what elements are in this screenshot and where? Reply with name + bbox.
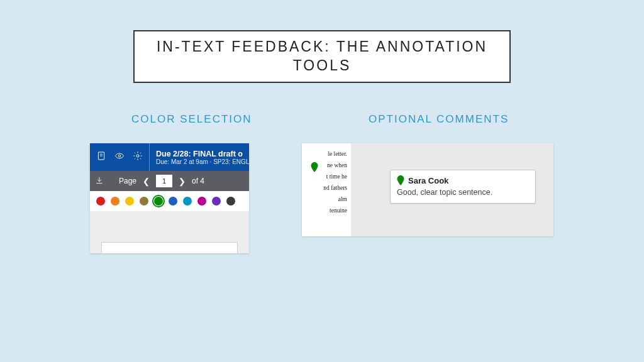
fragment-line: le letter.	[304, 148, 347, 160]
gear-icon[interactable]	[133, 151, 143, 163]
color-selection-panel: Due 2/28: FINAL draft o Due: Mar 2 at 9a…	[90, 143, 249, 253]
assignment-title-block: Due 2/28: FINAL draft o Due: Mar 2 at 9a…	[150, 150, 249, 165]
fragment-line: t time he	[304, 171, 347, 182]
header-icons	[90, 143, 150, 171]
optional-comments-panel: le letter. ne when t time he nd fathers …	[302, 143, 553, 236]
viewer-toolbar: Page ❮ ❯ of 4	[90, 171, 249, 191]
swatch-cyan[interactable]	[183, 197, 192, 206]
page-label: Page	[119, 177, 136, 185]
annotation-pin-icon[interactable]	[311, 162, 318, 172]
swatch-yellow[interactable]	[125, 197, 134, 206]
document-text-fragment: le letter. ne when t time he nd fathers …	[302, 143, 351, 236]
subheading-optional-comments: OPTIONAL COMMENTS	[369, 113, 509, 126]
comment-author: Sara Cook	[408, 176, 448, 185]
slide-title: IN-TEXT FEEDBACK: THE ANNOTATION TOOLS	[147, 38, 497, 75]
swatch-orange[interactable]	[111, 197, 119, 206]
swatch-olive[interactable]	[140, 197, 148, 206]
fragment-line: alm	[304, 194, 347, 205]
fragment-line: nd fathers	[304, 182, 347, 194]
page-number-input[interactable]	[156, 175, 172, 187]
viewer-header: Due 2/28: FINAL draft o Due: Mar 2 at 9a…	[90, 143, 249, 171]
swatch-black[interactable]	[226, 197, 235, 206]
subheading-color-selection: COLOR SELECTION	[131, 113, 252, 126]
swatch-blue[interactable]	[169, 197, 177, 206]
document-preview	[101, 242, 238, 253]
comment-card[interactable]: Sara Cook Good, clear topic sentence.	[390, 170, 536, 204]
swatch-red[interactable]	[96, 197, 105, 206]
comment-pin-icon	[397, 175, 404, 185]
slide-title-box: IN-TEXT FEEDBACK: THE ANNOTATION TOOLS	[133, 30, 511, 83]
swatch-magenta[interactable]	[197, 197, 206, 206]
next-page-button[interactable]: ❯	[176, 177, 188, 186]
eye-icon[interactable]	[114, 151, 125, 163]
comment-text: Good, clear topic sentence.	[397, 188, 529, 197]
note-icon[interactable]	[96, 151, 106, 163]
svg-point-1	[118, 155, 120, 156]
fragment-line: tenuine	[304, 205, 347, 216]
page-total: of 4	[192, 177, 204, 185]
prev-page-button[interactable]: ❮	[140, 177, 152, 186]
svg-point-2	[136, 155, 139, 157]
assignment-subtitle: Due: Mar 2 at 9am · SP23: ENGL-2	[156, 158, 249, 165]
swatch-green[interactable]	[154, 197, 163, 206]
assignment-title: Due 2/28: FINAL draft o	[156, 150, 249, 158]
swatch-purple[interactable]	[212, 197, 221, 206]
download-icon[interactable]	[95, 176, 104, 187]
color-swatch-bar	[90, 191, 249, 211]
